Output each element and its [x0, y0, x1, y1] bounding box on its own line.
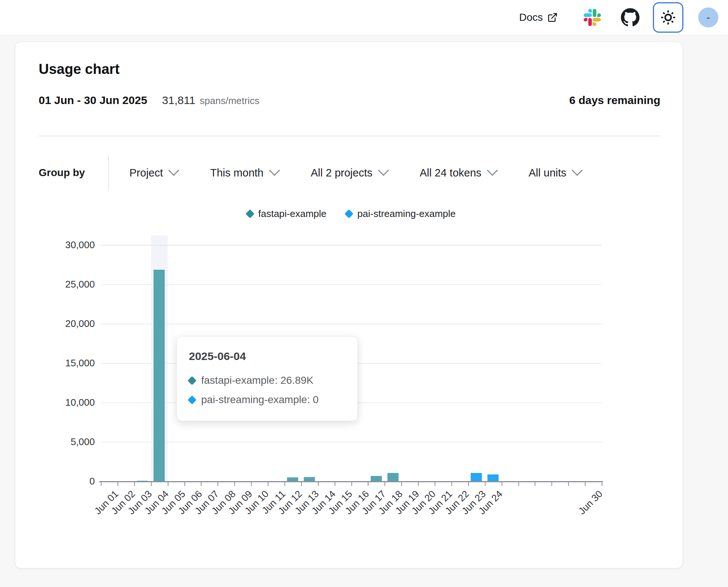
legend-item-fastapi-example[interactable]: fastapi-example [247, 208, 327, 220]
github-icon [621, 8, 640, 27]
avatar-label: - [706, 12, 710, 23]
user-avatar[interactable]: - [698, 7, 718, 27]
filter-dropdowns: Project This month All 2 projects All 24… [129, 167, 580, 179]
header-divider [39, 136, 660, 136]
projects-select-value: All 2 projects [311, 167, 373, 179]
group-by-label: Group by [39, 167, 108, 179]
series-diamond-icon [187, 395, 196, 404]
projects-select[interactable]: All 2 projects [311, 167, 386, 179]
date-range-select[interactable]: This month [210, 167, 277, 179]
tooltip-date: 2025-06-04 [189, 350, 345, 363]
group-by-select[interactable]: Project [129, 167, 177, 179]
top-navigation-bar: Docs [0, 0, 728, 35]
days-remaining: 6 days remaining [569, 94, 660, 107]
tokens-select-value: All 24 tokens [420, 167, 481, 179]
chevron-down-icon [168, 165, 180, 176]
slack-link-button[interactable] [584, 9, 601, 26]
external-link-icon [547, 12, 558, 23]
legend-label: pai-streaming-example [357, 208, 455, 220]
spans-unit-label: spans/metrics [200, 95, 259, 107]
usage-summary-row: 01 Jun - 30 Jun 2025 31,811 spans/metric… [39, 94, 660, 107]
tooltip-row-text: fastapi-example: 26.89K [201, 371, 313, 390]
spans-count: 31,811 [162, 94, 196, 107]
docs-link-label: Docs [519, 12, 543, 23]
legend-label: fastapi-example [258, 208, 327, 220]
usage-chart-card: Usage chart 01 Jun - 30 Jun 2025 31,811 … [15, 42, 683, 568]
group-by-select-value: Project [129, 167, 163, 179]
filter-row: Group by Project This month All 2 projec… [39, 156, 580, 190]
tooltip-row: pai-streaming-example: 0 [189, 390, 345, 409]
date-range: 01 Jun - 30 Jun 2025 [39, 94, 147, 107]
legend-diamond-icon [345, 209, 354, 218]
date-range-select-value: This month [210, 167, 263, 179]
filter-divider [108, 156, 109, 190]
github-link-button[interactable] [621, 8, 640, 27]
chevron-down-icon [572, 165, 583, 176]
tooltip-row-text: pai-streaming-example: 0 [201, 390, 319, 409]
chevron-down-icon [378, 165, 389, 176]
chart-legend: fastapi-example pai-streaming-example [101, 208, 602, 220]
chevron-down-icon [269, 165, 280, 176]
units-select-value: All units [529, 167, 567, 179]
theme-toggle-button[interactable] [653, 2, 683, 33]
page: Docs [0, 0, 728, 587]
legend-item-pai-streaming-example[interactable]: pai-streaming-example [346, 208, 455, 220]
tooltip-row: fastapi-example: 26.89K [189, 371, 345, 390]
chevron-down-icon [487, 165, 498, 176]
docs-link[interactable]: Docs [519, 12, 558, 23]
chart-tooltip: 2025-06-04 fastapi-example: 26.89Kpai-st… [177, 336, 358, 421]
tokens-select[interactable]: All 24 tokens [420, 167, 495, 179]
units-select[interactable]: All units [529, 167, 580, 179]
slack-icon [584, 9, 601, 26]
page-title: Usage chart [39, 61, 120, 77]
tooltip-rows: fastapi-example: 26.89Kpai-streaming-exa… [189, 371, 345, 409]
series-diamond-icon [187, 376, 196, 385]
sun-icon [660, 10, 676, 25]
legend-diamond-icon [245, 209, 254, 218]
